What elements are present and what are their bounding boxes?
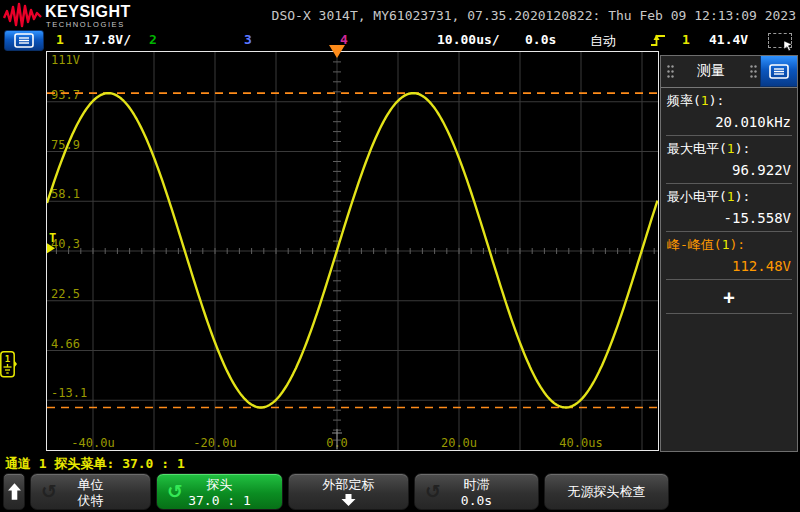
down-arrow-icon xyxy=(341,494,356,506)
softkey-label: 外部定标 xyxy=(289,477,408,493)
header: KEYSIGHT TECHNOLOGIES DSO-X 3014T, MY610… xyxy=(0,0,800,30)
svg-text:22.5: 22.5 xyxy=(51,287,80,301)
measurement-frequency[interactable]: 频率(1): 20.010kHz xyxy=(666,88,792,136)
drag-grip-icon xyxy=(749,64,758,79)
svg-text:111V: 111V xyxy=(51,53,80,67)
channel-1-scale[interactable]: 17.8V/ xyxy=(84,32,131,47)
logo-spark-icon xyxy=(3,2,43,29)
cycle-icon: ↺ xyxy=(167,481,183,501)
measurement-value: 112.48V xyxy=(667,254,791,274)
measurement-panel-header[interactable]: 测量 xyxy=(661,56,797,88)
svg-text:93.7: 93.7 xyxy=(51,88,80,102)
measurement-value: 20.010kHz xyxy=(667,110,791,130)
svg-text:T: T xyxy=(49,231,56,245)
measurement-label: 峰-峰值(1): xyxy=(667,236,791,254)
svg-text:4.66: 4.66 xyxy=(51,337,80,351)
measurement-value: 96.922V xyxy=(667,158,791,178)
svg-text:58.1: 58.1 xyxy=(51,187,80,201)
measurement-max-level[interactable]: 最大电平(1): 96.922V xyxy=(666,136,792,184)
timebase-readout[interactable]: 10.00us/ xyxy=(437,32,500,47)
keysight-logo: KEYSIGHT TECHNOLOGIES xyxy=(3,2,233,29)
softkey-label: 无源探头检查 xyxy=(545,474,668,509)
svg-text:20.0u: 20.0u xyxy=(441,436,477,450)
channel-1-ground-marker[interactable]: 1 xyxy=(0,351,17,382)
graticule-svg: 111V93.775.958.140.322.54.66-13.1-40.0u-… xyxy=(47,52,658,450)
measurement-label: 频率(1): xyxy=(667,92,791,110)
cursor-arrow-icon xyxy=(784,41,795,52)
svg-text:40.0us: 40.0us xyxy=(559,436,602,450)
trigger-mode[interactable]: 自动 xyxy=(590,32,616,50)
delay-readout[interactable]: 0.0s xyxy=(525,32,556,47)
main-menu-button[interactable] xyxy=(4,30,44,51)
oscilloscope-screen: KEYSIGHT TECHNOLOGIES DSO-X 3014T, MY610… xyxy=(0,0,800,512)
trigger-source[interactable]: 1 xyxy=(682,32,690,47)
svg-text:1: 1 xyxy=(5,354,10,364)
cycle-icon: ↺ xyxy=(41,481,57,501)
panel-menu-button[interactable] xyxy=(760,56,797,87)
svg-text:-20.0u: -20.0u xyxy=(193,436,236,450)
svg-text:-13.1: -13.1 xyxy=(51,386,87,400)
measurement-value: -15.558V xyxy=(667,206,791,226)
softkey-unit[interactable]: ↺ 单位 伏特 xyxy=(30,473,151,510)
svg-text:-40.0u: -40.0u xyxy=(71,436,114,450)
measurement-panel: 测量 频率(1): 20.010kHz 最大电平(1): 96.922V xyxy=(660,55,798,452)
measurement-peak-peak[interactable]: 峰-峰值(1): 112.48V xyxy=(666,232,792,280)
brand-name: KEYSIGHT xyxy=(45,3,131,21)
trigger-edge-icon[interactable] xyxy=(650,33,667,48)
channel-probe-status: 通道 1 探头菜单: 37.0 : 1 xyxy=(5,455,185,473)
trigger-level-readout[interactable]: 41.4V xyxy=(709,32,748,47)
instrument-title: DSO-X 3014T, MY61023731, 07.35.202012082… xyxy=(272,8,796,23)
up-arrow-icon xyxy=(8,483,21,500)
measurement-panel-title: 测量 xyxy=(661,62,761,80)
menu-icon xyxy=(769,64,789,79)
back-up-button[interactable] xyxy=(3,473,25,510)
add-measurement-button[interactable]: + xyxy=(666,280,792,314)
status-bar: 1 17.8V/ 2 3 4 10.00us/ 0.0s 自动 1 41.4V xyxy=(0,30,800,50)
brand-subtitle: TECHNOLOGIES xyxy=(46,20,125,29)
menu-icon xyxy=(14,33,34,48)
channel-3-indicator[interactable]: 3 xyxy=(244,32,252,47)
softkey-passive-probe-check[interactable]: 无源探头检查 xyxy=(544,473,669,510)
waveform-display: 111V93.775.958.140.322.54.66-13.1-40.0u-… xyxy=(46,51,659,451)
measurement-label: 最大电平(1): xyxy=(667,140,791,158)
softkey-probe[interactable]: ↺ 探头 37.0 : 1 xyxy=(156,473,283,510)
softkey-skew[interactable]: ↺ 时滞 0.0s xyxy=(414,473,539,510)
channel-1-indicator[interactable]: 1 xyxy=(56,32,64,47)
channel-2-indicator[interactable]: 2 xyxy=(149,32,157,47)
time-reference-marker[interactable] xyxy=(329,45,345,58)
measurement-label: 最小电平(1): xyxy=(667,188,791,206)
measurement-min-level[interactable]: 最小电平(1): -15.558V xyxy=(666,184,792,232)
region-select-icon[interactable] xyxy=(768,33,792,48)
cycle-icon: ↺ xyxy=(425,481,441,501)
softkey-external-scaling[interactable]: 外部定标 xyxy=(288,473,409,510)
